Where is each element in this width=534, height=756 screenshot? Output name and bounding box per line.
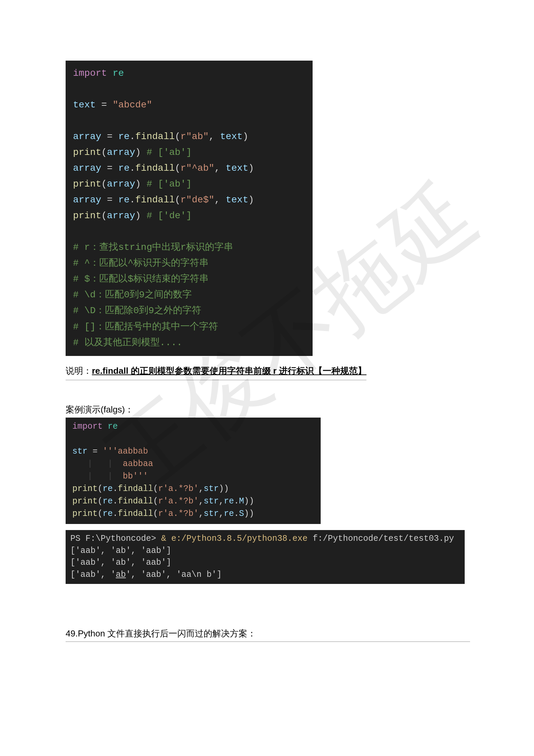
page-content: import re text = "abcde" array = re.find…	[0, 0, 534, 642]
terminal-line: ['aab', 'ab', 'aab']	[70, 545, 460, 557]
terminal-output: PS F:\Pythoncode> & e:/Python3.8.5/pytho…	[66, 530, 465, 584]
annotation-line: 说明：re.findall 的正则模型参数需要使用字符串前缀 r 进行标识【一种…	[66, 364, 366, 381]
code-comment: # $：匹配以$标识结束的字符串	[73, 271, 305, 287]
code-line: print(array) # ['ab']	[73, 176, 305, 192]
anno-prefix: 说明：	[66, 366, 92, 376]
code-line: print(array) # ['ab']	[73, 144, 305, 160]
blank-line	[73, 113, 305, 129]
terminal-line: PS F:\Pythoncode> & e:/Python3.8.5/pytho…	[70, 533, 460, 545]
code-comment: # ^：匹配以^标识开头的字符串	[73, 255, 305, 271]
code-block-2: import re str = '''aabbab | | aabbaa | |…	[66, 418, 321, 524]
code-comment: # 以及其他正则模型....	[73, 335, 305, 351]
code-line: | | bb'''	[72, 470, 314, 483]
code-comment: # \d：匹配0到9之间的数字	[73, 287, 305, 303]
code-line: print(array) # ['de']	[73, 208, 305, 224]
code-line: import re	[72, 420, 314, 433]
code-block-1: import re text = "abcde" array = re.find…	[66, 61, 313, 356]
code-line: print(re.findall(r'a.*?b',str,re.M))	[72, 495, 314, 507]
section-heading-49: 49.Python 文件直接执行后一闪而过的解决方案：	[66, 628, 470, 642]
code-line: str = '''aabbab	[72, 445, 314, 458]
code-line: array = re.findall(r"ab", text)	[73, 129, 305, 144]
code-line: text = "abcde"	[73, 97, 305, 113]
code-line: array = re.findall(r"^ab", text)	[73, 160, 305, 176]
terminal-line: ['aab', 'ab', 'aab']	[70, 557, 460, 569]
document-page: 王俊不拖延 import re text = "abcde" array = r…	[0, 0, 534, 756]
demo-label: 案例演示(falgs)：	[66, 404, 470, 416]
module-re: re	[113, 68, 124, 78]
kw-import: import	[73, 68, 107, 78]
code-comment: # \D：匹配除0到9之外的字符	[73, 303, 305, 319]
code-line: import re	[73, 65, 305, 81]
blank-line	[73, 81, 305, 97]
code-line: array = re.findall(r"de$", text)	[73, 192, 305, 208]
code-comment: # []：匹配括号中的其中一个字符	[73, 319, 305, 335]
code-line: print(re.findall(r'a.*?b',str,re.S))	[72, 507, 314, 520]
terminal-line: ['aab', 'ab', 'aab', 'aa\n b']	[70, 569, 460, 581]
blank-line	[72, 433, 314, 445]
code-line: print(re.findall(r'a.*?b',str))	[72, 483, 314, 495]
code-comment: # r：查找string中出现r标识的字串	[73, 239, 305, 255]
anno-bold: re.findall 的正则模型参数需要使用字符串前缀 r 进行标识【一种规范】	[92, 366, 366, 376]
code-line: | | aabbaa	[72, 458, 314, 470]
blank-line	[73, 224, 305, 239]
